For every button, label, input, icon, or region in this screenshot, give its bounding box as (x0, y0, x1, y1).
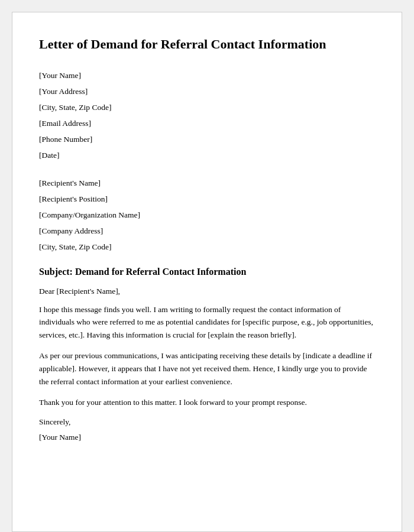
sender-email: [Email Address] (39, 115, 375, 131)
recipient-position: [Recipient's Position] (39, 191, 375, 207)
sender-phone: [Phone Number] (39, 131, 375, 147)
salutation: Dear [Recipient's Name], (39, 287, 375, 296)
recipient-company: [Company/Organization Name] (39, 207, 375, 223)
signature: [Your Name] (39, 433, 375, 442)
body-paragraph-2: As per our previous communications, I wa… (39, 349, 375, 388)
recipient-company-address: [Company Address] (39, 223, 375, 239)
letter-date: [Date] (39, 147, 375, 163)
sender-address-block: [Your Name] [Your Address] [City, State,… (39, 67, 375, 163)
sender-city-state-zip: [City, State, Zip Code] (39, 99, 375, 115)
subject-line: Subject: Demand for Referral Contact Inf… (39, 267, 375, 277)
closing: Sincerely, (39, 417, 375, 427)
recipient-name: [Recipient's Name] (39, 175, 375, 191)
body-paragraph-3: Thank you for your attention to this mat… (39, 396, 375, 409)
body-paragraph-1: I hope this message finds you well. I am… (39, 303, 375, 342)
sender-address: [Your Address] (39, 83, 375, 99)
recipient-city-state-zip: [City, State, Zip Code] (39, 239, 375, 255)
sender-name: [Your Name] (39, 67, 375, 83)
letter-title: Letter of Demand for Referral Contact In… (39, 36, 375, 53)
recipient-address-block: [Recipient's Name] [Recipient's Position… (39, 175, 375, 255)
letter-document: Letter of Demand for Referral Contact In… (12, 12, 402, 532)
